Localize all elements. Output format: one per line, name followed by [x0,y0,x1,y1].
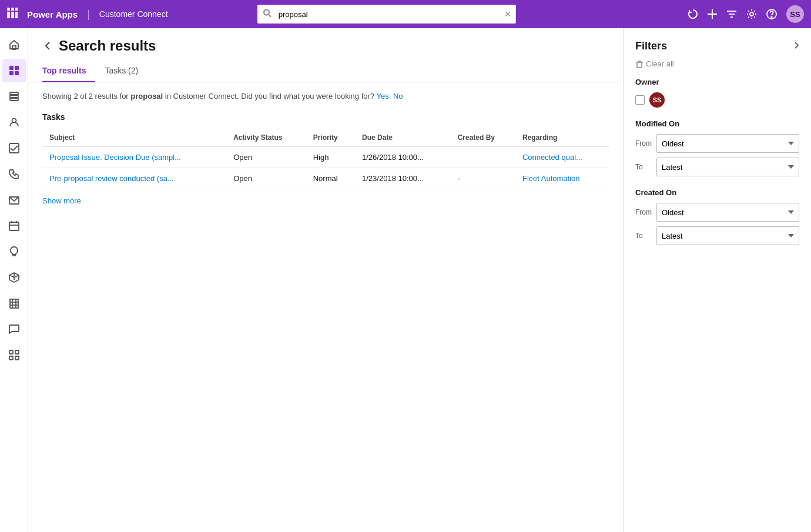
sidebar-item-home[interactable] [2,33,26,56]
svg-rect-7 [11,15,14,18]
owner-avatar[interactable]: SS [649,92,665,108]
sidebar-item-email[interactable] [2,188,26,212]
search-input[interactable] [257,5,516,24]
summary-prefix: Showing 2 of 2 results for [42,92,130,101]
tab-top-results[interactable]: Top results [42,61,95,82]
table-row: Pre-proposal review conducted (sa... Ope… [42,168,609,189]
page-header: Search results [28,28,623,54]
svg-rect-25 [10,95,18,98]
svg-rect-40 [9,350,13,354]
svg-rect-1 [11,8,14,11]
svg-rect-12 [708,14,717,15]
modified-on-title: Modified On [635,119,799,128]
owner-section-title: Owner [635,78,799,86]
row1-regarding: Connected qual... [515,147,609,168]
plus-icon[interactable] [708,9,717,19]
owner-checkbox[interactable] [635,95,645,105]
sidebar-item-dashboard[interactable] [2,59,26,82]
filter-icon[interactable] [726,9,737,19]
sync-icon[interactable] [688,9,698,19]
svg-rect-6 [7,15,10,18]
filters-title: Filters [635,40,667,52]
svg-line-10 [269,15,271,17]
results-table: Subject Activity Status Priority Due Dat… [42,129,609,189]
svg-rect-2 [15,8,18,11]
created-to-label: To [635,232,652,240]
results-body: Showing 2 of 2 results for proposal in C… [28,82,623,532]
row2-due-date: 1/23/2018 10:00... [355,168,451,189]
app-name: Power Apps [27,9,78,19]
search-clear-icon[interactable]: ✕ [504,9,511,19]
col-activity-status: Activity Status [226,129,306,147]
page-title: Search results [59,38,156,54]
topbar-divider: | [87,8,90,21]
col-regarding: Regarding [515,129,609,147]
sidebar-item-tasks[interactable] [2,136,26,160]
sidebar-item-chat[interactable] [2,317,26,341]
content-area: Search results Top results Tasks (2) Sho… [28,28,623,532]
show-more-link[interactable]: Show more [42,196,81,205]
settings-icon[interactable] [746,9,757,19]
created-to-select[interactable]: Oldest Latest Custom [656,226,799,245]
svg-rect-23 [15,71,19,75]
row2-created-by: - [451,168,515,189]
filters-panel: Filters Clear all Owner SS Modifi [623,28,811,532]
svg-rect-19 [12,46,16,50]
sidebar-item-records[interactable] [2,85,26,108]
filters-chevron-icon[interactable] [793,41,799,52]
svg-rect-26 [10,98,18,101]
modified-to-label: To [635,163,652,171]
row1-priority: High [306,147,355,168]
sidebar-item-contacts[interactable] [2,111,26,134]
owner-filter-section: Owner SS [635,78,799,108]
svg-rect-20 [9,66,14,70]
created-on-range: From Oldest Latest Custom To Oldest Late… [635,203,799,245]
created-to-row: To Oldest Latest Custom [635,226,799,245]
svg-point-18 [771,16,772,18]
svg-rect-3 [7,12,10,15]
created-from-select[interactable]: Oldest Latest Custom [656,203,799,222]
sidebar-item-calendar[interactable] [2,214,26,237]
sidebar-item-packages[interactable] [2,266,26,289]
svg-rect-8 [15,15,18,18]
modified-from-select[interactable]: Oldest Latest Custom [656,134,799,153]
svg-rect-41 [15,350,19,354]
svg-rect-35 [10,299,18,308]
modified-on-filter-section: Modified On From Oldest Latest Custom To… [635,119,799,176]
modified-to-select[interactable]: Oldest Latest Custom [656,158,799,176]
filters-header: Filters [635,40,799,52]
svg-rect-43 [15,356,19,360]
no-link[interactable]: No [393,92,403,101]
row2-regarding-link[interactable]: Fleet Automation [522,174,580,183]
created-on-filter-section: Created On From Oldest Latest Custom To … [635,188,799,245]
svg-point-16 [750,12,753,16]
user-avatar[interactable]: SS [786,5,804,23]
sidebar-item-phone[interactable] [2,162,26,186]
modified-to-row: To Oldest Latest Custom [635,158,799,176]
col-created-by: Created By [451,129,515,147]
results-summary: Showing 2 of 2 results for proposal in C… [42,92,609,101]
svg-rect-21 [15,66,19,70]
search-wrapper: ✕ [257,5,516,24]
sidebar-item-apps[interactable] [2,343,26,367]
created-on-title: Created On [635,188,799,197]
row1-regarding-link[interactable]: Connected qual... [522,153,582,162]
tab-tasks[interactable]: Tasks (2) [95,61,148,82]
sidebar-item-building[interactable] [2,292,26,315]
clear-all-button[interactable]: Clear all [635,59,674,68]
help-icon[interactable] [766,9,777,19]
env-name: Customer Connect [99,9,168,19]
row1-due-date: 1/26/2018 10:00... [355,147,451,168]
row2-subject-link[interactable]: Pre-proposal review conducted (sa... [49,174,174,183]
row1-created-by [451,147,515,168]
svg-rect-5 [15,12,18,15]
grid-icon[interactable] [7,8,18,21]
row1-subject: Proposal Issue. Decision Due (sampl... [42,147,226,168]
sidebar-item-ideas[interactable] [2,240,26,263]
yes-link[interactable]: Yes [376,92,388,101]
back-button[interactable] [42,41,53,51]
table-row: Proposal Issue. Decision Due (sampl... O… [42,147,609,168]
row1-subject-link[interactable]: Proposal Issue. Decision Due (sampl... [49,153,181,162]
topbar-icons: SS [688,5,804,23]
svg-rect-24 [10,92,18,95]
